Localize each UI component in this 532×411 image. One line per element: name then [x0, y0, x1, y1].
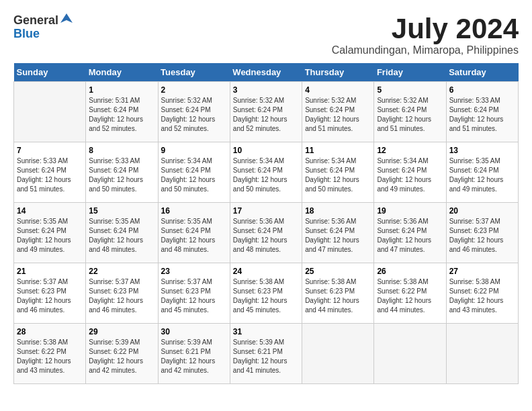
page-header: General Blue July 2024 Calamundingan, Mi…: [13, 13, 519, 56]
day-info: Sunrise: 5:34 AMSunset: 6:24 PMDaylight:…: [377, 156, 443, 194]
day-number: 26: [377, 267, 443, 276]
calendar-cell: 12Sunrise: 5:34 AMSunset: 6:24 PMDayligh…: [374, 142, 446, 203]
calendar-cell: 22Sunrise: 5:37 AMSunset: 6:23 PMDayligh…: [86, 263, 158, 324]
calendar-cell: 31Sunrise: 5:39 AMSunset: 6:21 PMDayligh…: [230, 324, 302, 384]
day-info: Sunrise: 5:37 AMSunset: 6:23 PMDaylight:…: [17, 277, 83, 315]
calendar-cell: 10Sunrise: 5:34 AMSunset: 6:24 PMDayligh…: [230, 142, 302, 203]
day-info: Sunrise: 5:39 AMSunset: 6:22 PMDaylight:…: [89, 338, 154, 375]
day-number: 21: [17, 267, 83, 276]
day-info: Sunrise: 5:35 AMSunset: 6:24 PMDaylight:…: [449, 156, 515, 194]
day-number: 13: [449, 146, 515, 155]
day-info: Sunrise: 5:36 AMSunset: 6:24 PMDaylight:…: [305, 217, 371, 255]
day-info: Sunrise: 5:38 AMSunset: 6:22 PMDaylight:…: [17, 338, 83, 375]
calendar-week-4: 21Sunrise: 5:37 AMSunset: 6:23 PMDayligh…: [14, 263, 519, 324]
calendar-cell: 24Sunrise: 5:38 AMSunset: 6:23 PMDayligh…: [230, 263, 302, 324]
day-info: Sunrise: 5:39 AMSunset: 6:21 PMDaylight:…: [161, 338, 227, 375]
calendar-cell: 5Sunrise: 5:32 AMSunset: 6:24 PMDaylight…: [374, 82, 446, 142]
day-info: Sunrise: 5:33 AMSunset: 6:24 PMDaylight:…: [449, 96, 515, 134]
calendar-cell: 19Sunrise: 5:36 AMSunset: 6:24 PMDayligh…: [374, 203, 446, 263]
day-number: 18: [305, 206, 371, 216]
day-info: Sunrise: 5:38 AMSunset: 6:23 PMDaylight:…: [305, 277, 371, 315]
calendar-cell: 8Sunrise: 5:33 AMSunset: 6:24 PMDaylight…: [86, 142, 158, 203]
day-number: 1: [89, 85, 154, 95]
day-number: 27: [449, 267, 515, 276]
weekday-header-row: SundayMondayTuesdayWednesdayThursdayFrid…: [14, 63, 519, 82]
day-info: Sunrise: 5:38 AMSunset: 6:22 PMDaylight:…: [377, 277, 443, 315]
logo-blue: Blue: [13, 27, 40, 40]
title-block: July 2024 Calamundingan, Mimaropa, Phili…: [332, 13, 519, 56]
day-info: Sunrise: 5:34 AMSunset: 6:24 PMDaylight:…: [161, 156, 227, 194]
day-number: 17: [233, 206, 299, 216]
day-number: 9: [161, 146, 227, 155]
weekday-header-tuesday: Tuesday: [158, 63, 230, 82]
weekday-header-monday: Monday: [86, 63, 158, 82]
calendar-cell: 30Sunrise: 5:39 AMSunset: 6:21 PMDayligh…: [158, 324, 230, 384]
day-info: Sunrise: 5:34 AMSunset: 6:24 PMDaylight:…: [233, 156, 299, 194]
day-number: 14: [17, 206, 83, 216]
calendar-week-5: 28Sunrise: 5:38 AMSunset: 6:22 PMDayligh…: [14, 324, 519, 384]
weekday-header-thursday: Thursday: [302, 63, 374, 82]
calendar-cell: 2Sunrise: 5:32 AMSunset: 6:24 PMDaylight…: [158, 82, 230, 142]
calendar-cell: 6Sunrise: 5:33 AMSunset: 6:24 PMDaylight…: [446, 82, 518, 142]
calendar-cell: [14, 82, 86, 142]
calendar-cell: 27Sunrise: 5:38 AMSunset: 6:22 PMDayligh…: [446, 263, 518, 324]
day-info: Sunrise: 5:35 AMSunset: 6:24 PMDaylight:…: [89, 217, 154, 255]
day-info: Sunrise: 5:34 AMSunset: 6:24 PMDaylight:…: [305, 156, 371, 194]
day-info: Sunrise: 5:35 AMSunset: 6:24 PMDaylight:…: [161, 217, 227, 255]
calendar-cell: 11Sunrise: 5:34 AMSunset: 6:24 PMDayligh…: [302, 142, 374, 203]
weekday-header-friday: Friday: [374, 63, 446, 82]
day-number: 11: [305, 146, 371, 155]
calendar-cell: [302, 324, 374, 384]
day-info: Sunrise: 5:38 AMSunset: 6:23 PMDaylight:…: [233, 277, 299, 315]
day-number: 20: [449, 206, 515, 216]
calendar-table: SundayMondayTuesdayWednesdayThursdayFrid…: [13, 63, 519, 384]
day-info: Sunrise: 5:37 AMSunset: 6:23 PMDaylight:…: [161, 277, 227, 315]
day-number: 8: [89, 146, 154, 155]
calendar-cell: 16Sunrise: 5:35 AMSunset: 6:24 PMDayligh…: [158, 203, 230, 263]
logo-bird-icon: [60, 13, 73, 26]
calendar-cell: 7Sunrise: 5:33 AMSunset: 6:24 PMDaylight…: [14, 142, 86, 203]
day-number: 6: [449, 85, 515, 95]
calendar-week-3: 14Sunrise: 5:35 AMSunset: 6:24 PMDayligh…: [14, 203, 519, 263]
day-info: Sunrise: 5:38 AMSunset: 6:22 PMDaylight:…: [449, 277, 515, 315]
calendar-cell: 18Sunrise: 5:36 AMSunset: 6:24 PMDayligh…: [302, 203, 374, 263]
calendar-cell: 15Sunrise: 5:35 AMSunset: 6:24 PMDayligh…: [86, 203, 158, 263]
day-number: 4: [305, 85, 371, 95]
weekday-header-sunday: Sunday: [14, 63, 86, 82]
calendar-body: 1Sunrise: 5:31 AMSunset: 6:24 PMDaylight…: [14, 82, 519, 384]
day-info: Sunrise: 5:33 AMSunset: 6:24 PMDaylight:…: [17, 156, 83, 194]
logo-general: General: [13, 13, 58, 27]
month-title: July 2024: [332, 13, 519, 44]
day-info: Sunrise: 5:33 AMSunset: 6:24 PMDaylight:…: [89, 156, 154, 194]
day-info: Sunrise: 5:32 AMSunset: 6:24 PMDaylight:…: [161, 96, 227, 134]
day-number: 22: [89, 267, 154, 276]
day-info: Sunrise: 5:32 AMSunset: 6:24 PMDaylight:…: [377, 96, 443, 134]
calendar-cell: [374, 324, 446, 384]
day-info: Sunrise: 5:37 AMSunset: 6:23 PMDaylight:…: [449, 217, 515, 255]
day-info: Sunrise: 5:31 AMSunset: 6:24 PMDaylight:…: [89, 96, 154, 134]
location-subtitle: Calamundingan, Mimaropa, Philippines: [332, 44, 519, 56]
svg-marker-0: [60, 13, 73, 23]
day-number: 7: [17, 146, 83, 155]
calendar-cell: 28Sunrise: 5:38 AMSunset: 6:22 PMDayligh…: [14, 324, 86, 384]
day-number: 16: [161, 206, 227, 216]
calendar-cell: 4Sunrise: 5:32 AMSunset: 6:24 PMDaylight…: [302, 82, 374, 142]
day-number: 29: [89, 327, 154, 336]
day-info: Sunrise: 5:36 AMSunset: 6:24 PMDaylight:…: [377, 217, 443, 255]
calendar-cell: 25Sunrise: 5:38 AMSunset: 6:23 PMDayligh…: [302, 263, 374, 324]
day-number: 2: [161, 85, 227, 95]
calendar-cell: 29Sunrise: 5:39 AMSunset: 6:22 PMDayligh…: [86, 324, 158, 384]
day-number: 24: [233, 267, 299, 276]
day-number: 19: [377, 206, 443, 216]
day-number: 23: [161, 267, 227, 276]
calendar-cell: 17Sunrise: 5:36 AMSunset: 6:24 PMDayligh…: [230, 203, 302, 263]
calendar-cell: 13Sunrise: 5:35 AMSunset: 6:24 PMDayligh…: [446, 142, 518, 203]
day-number: 12: [377, 146, 443, 155]
calendar-cell: 9Sunrise: 5:34 AMSunset: 6:24 PMDaylight…: [158, 142, 230, 203]
day-number: 28: [17, 327, 83, 336]
calendar-cell: 23Sunrise: 5:37 AMSunset: 6:23 PMDayligh…: [158, 263, 230, 324]
calendar-cell: 21Sunrise: 5:37 AMSunset: 6:23 PMDayligh…: [14, 263, 86, 324]
day-number: 30: [161, 327, 227, 336]
logo: General Blue: [13, 13, 73, 42]
calendar-week-1: 1Sunrise: 5:31 AMSunset: 6:24 PMDaylight…: [14, 82, 519, 142]
